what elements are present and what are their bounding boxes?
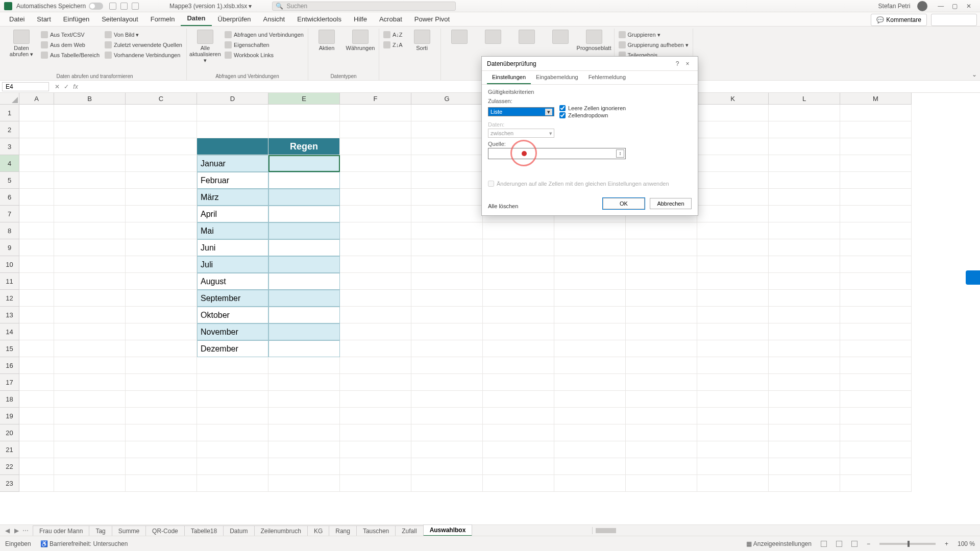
row-header-4[interactable]: 4: [0, 155, 19, 172]
cell-F17[interactable]: [340, 374, 411, 391]
cell-C7[interactable]: [126, 206, 197, 222]
get-data-button[interactable]: Daten abrufen ▾: [7, 30, 36, 58]
cell-K19[interactable]: [697, 408, 769, 424]
cell-L1[interactable]: [769, 105, 840, 121]
cell-I8[interactable]: [554, 222, 626, 239]
cell-H21[interactable]: [483, 441, 554, 458]
allow-dropdown[interactable]: Liste: [488, 107, 554, 116]
cell-F10[interactable]: [340, 256, 411, 273]
cell-C20[interactable]: [126, 424, 197, 441]
cell-C15[interactable]: [126, 340, 197, 357]
cell-E7[interactable]: [268, 206, 340, 222]
cell-L3[interactable]: [769, 138, 840, 155]
zoom-out-icon[interactable]: −: [867, 540, 870, 547]
cell-M21[interactable]: [840, 441, 912, 458]
toggle-switch[interactable]: [89, 3, 103, 10]
cell-L11[interactable]: [769, 273, 840, 290]
cell-M7[interactable]: [840, 206, 912, 222]
ok-button[interactable]: OK: [603, 198, 645, 209]
row-header-16[interactable]: 16: [0, 357, 19, 374]
cell-H18[interactable]: [483, 391, 554, 408]
horizontal-scrollbar[interactable]: [592, 527, 980, 534]
properties[interactable]: Eigenschaften: [225, 40, 304, 50]
name-box[interactable]: E4: [2, 82, 49, 91]
cell-G20[interactable]: [411, 424, 483, 441]
from-image[interactable]: Von Bild ▾: [105, 30, 182, 40]
cell-M20[interactable]: [840, 424, 912, 441]
cell-M17[interactable]: [840, 374, 912, 391]
cell-B20[interactable]: [54, 424, 126, 441]
share-button[interactable]: ⇪ Freigeben: [931, 14, 977, 26]
datatools-1[interactable]: [445, 30, 474, 44]
cell-M12[interactable]: [840, 290, 912, 307]
col-header-E[interactable]: E: [268, 93, 340, 105]
cell-D19[interactable]: [197, 408, 268, 424]
status-accessibility[interactable]: ♿ Barrierefreiheit: Untersuchen: [40, 540, 128, 547]
cell-M5[interactable]: [840, 172, 912, 189]
cell-K8[interactable]: [697, 222, 769, 239]
cell-G8[interactable]: [411, 222, 483, 239]
cell-K4[interactable]: [697, 155, 769, 172]
cell-A11[interactable]: [19, 273, 54, 290]
cell-F16[interactable]: [340, 357, 411, 374]
col-header-M[interactable]: M: [840, 93, 912, 105]
cell-F14[interactable]: [340, 323, 411, 340]
redo-icon[interactable]: [132, 3, 139, 10]
select-all-corner[interactable]: [0, 93, 19, 105]
side-panel-icon[interactable]: [966, 270, 980, 285]
row-header-21[interactable]: 21: [0, 441, 19, 458]
row-header-13[interactable]: 13: [0, 307, 19, 323]
cell-E21[interactable]: [268, 441, 340, 458]
cell-D22[interactable]: [197, 458, 268, 475]
cell-M19[interactable]: [840, 408, 912, 424]
cell-B3[interactable]: [54, 138, 126, 155]
cell-H19[interactable]: [483, 408, 554, 424]
cell-D18[interactable]: [197, 391, 268, 408]
tab-seitenlayout[interactable]: Seitenlayout: [95, 12, 144, 26]
cell-M2[interactable]: [840, 121, 912, 138]
cell-J23[interactable]: [626, 475, 697, 492]
cell-B11[interactable]: [54, 273, 126, 290]
cell-F8[interactable]: [340, 222, 411, 239]
dialog-tab-errormsg[interactable]: Fehlermeldung: [583, 71, 631, 84]
sheet-tab[interactable]: KG: [307, 525, 329, 536]
datatools-3[interactable]: [512, 30, 541, 44]
row-header-18[interactable]: 18: [0, 391, 19, 408]
cell-J14[interactable]: [626, 323, 697, 340]
col-header-A[interactable]: A: [19, 93, 54, 105]
cell-K16[interactable]: [697, 357, 769, 374]
cell-C11[interactable]: [126, 273, 197, 290]
cell-A21[interactable]: [19, 441, 54, 458]
cell-K3[interactable]: [697, 138, 769, 155]
queries-conn[interactable]: Abfragen und Verbindungen: [225, 30, 304, 40]
cell-E3[interactable]: Regen: [268, 138, 340, 155]
cell-I17[interactable]: [554, 374, 626, 391]
cell-M16[interactable]: [840, 357, 912, 374]
cell-G23[interactable]: [411, 475, 483, 492]
cell-H8[interactable]: [483, 222, 554, 239]
cell-C18[interactable]: [126, 391, 197, 408]
cell-D17[interactable]: [197, 374, 268, 391]
cell-H9[interactable]: [483, 239, 554, 256]
cell-A22[interactable]: [19, 458, 54, 475]
sort-button[interactable]: Sorti: [408, 30, 436, 51]
from-web[interactable]: Aus dem Web: [41, 40, 100, 50]
save-icon[interactable]: [109, 3, 116, 10]
cell-K18[interactable]: [697, 391, 769, 408]
cell-K2[interactable]: [697, 121, 769, 138]
cell-A23[interactable]: [19, 475, 54, 492]
cell-D8[interactable]: Mai: [197, 222, 268, 239]
dialog-close-icon[interactable]: ×: [682, 60, 693, 67]
cell-L14[interactable]: [769, 323, 840, 340]
cell-M14[interactable]: [840, 323, 912, 340]
enter-fx-icon[interactable]: ✓: [62, 83, 70, 90]
cell-L13[interactable]: [769, 307, 840, 323]
cell-D21[interactable]: [197, 441, 268, 458]
cell-I18[interactable]: [554, 391, 626, 408]
cell-I19[interactable]: [554, 408, 626, 424]
cell-L12[interactable]: [769, 290, 840, 307]
cell-B17[interactable]: [54, 374, 126, 391]
cell-D4[interactable]: Januar: [197, 155, 268, 172]
row-header-2[interactable]: 2: [0, 121, 19, 138]
cell-L10[interactable]: [769, 256, 840, 273]
